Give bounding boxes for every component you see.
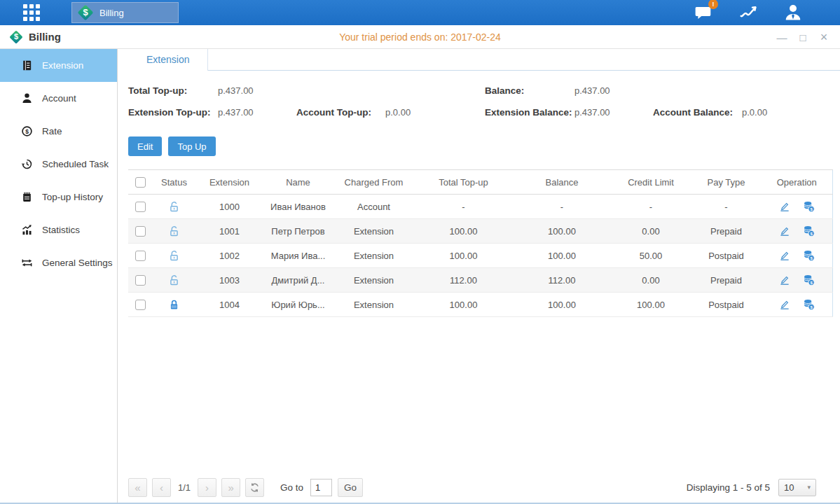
- rate-dollar-coin-icon: $: [21, 125, 33, 137]
- account-topup-label: Account Top-up:: [296, 107, 385, 118]
- billing-window: $ Billing !: [0, 0, 840, 504]
- last-page-button[interactable]: »: [221, 478, 240, 497]
- sidebar-item-label: Extension: [42, 60, 83, 71]
- statistics-chart-icon: [21, 224, 33, 236]
- table-row: 1002 Мария Ива... Extension 100.00 100.0…: [128, 244, 832, 268]
- edit-pencil-icon[interactable]: [778, 298, 791, 311]
- displaying-status: Displaying 1 - 5 of 5: [687, 482, 770, 493]
- svg-text:$: $: [25, 128, 29, 135]
- col-charged-from: Charged From: [333, 170, 414, 195]
- trial-period-notice: Your trial period ends on: 2017-02-24: [339, 31, 501, 43]
- first-page-button[interactable]: «: [128, 478, 147, 497]
- pagination-bar: « ‹ 1/1 › » Go to Go Displaying: [128, 477, 816, 498]
- col-extension: Extension: [196, 170, 263, 195]
- top-up-coins-icon[interactable]: $: [802, 200, 815, 213]
- top-up-coins-icon[interactable]: $: [802, 249, 815, 262]
- sidebar-item-scheduled-task[interactable]: Scheduled Task: [0, 148, 117, 181]
- billing-app-icon: $: [78, 5, 93, 20]
- table-row: 1000 Иван Иванов Account - - - -: [128, 195, 832, 219]
- prev-page-button[interactable]: ‹: [152, 478, 171, 497]
- notification-badge: !: [708, 0, 718, 9]
- sidebar-item-label: Scheduled Task: [42, 159, 109, 169]
- person-icon: [783, 3, 804, 22]
- top-up-coins-icon[interactable]: $: [802, 298, 815, 311]
- col-operation: Operation: [762, 170, 832, 195]
- row-checkbox[interactable]: [135, 275, 146, 286]
- page-indicator: 1/1: [178, 482, 191, 493]
- edit-pencil-icon[interactable]: [778, 225, 791, 237]
- tab-bar: Extension: [128, 49, 840, 71]
- row-checkbox[interactable]: [135, 226, 146, 237]
- sidebar-item-label: General Settings: [42, 258, 113, 268]
- col-credit-limit: Credit Limit: [611, 170, 691, 195]
- account-topup-value: p.0.00: [385, 107, 411, 118]
- col-balance: Balance: [513, 170, 611, 195]
- sidebar-item-statistics[interactable]: Statistics: [0, 214, 117, 246]
- row-checkbox[interactable]: [135, 251, 146, 261]
- sidebar-item-rate[interactable]: $ Rate: [0, 115, 117, 148]
- go-button[interactable]: Go: [338, 478, 363, 497]
- row-checkbox[interactable]: [135, 202, 146, 212]
- topup-history-notepad-icon: [21, 191, 33, 203]
- col-total-topup: Total Top-up: [414, 170, 513, 195]
- account-balance-label: Account Balance:: [653, 107, 742, 118]
- refresh-icon: [249, 482, 260, 493]
- table-header-row: Status Extension Name Charged From Total…: [128, 170, 832, 195]
- taskbar-tab-billing[interactable]: $ Billing: [71, 2, 179, 23]
- row-checkbox[interactable]: [135, 300, 146, 310]
- edit-pencil-icon[interactable]: [778, 249, 791, 262]
- os-topbar: $ Billing !: [0, 0, 840, 25]
- total-topup-label: Total Top-up:: [128, 85, 218, 96]
- extension-balance-label: Extension Balance:: [485, 107, 574, 118]
- page-size-dropdown[interactable]: 10 ▾: [778, 479, 816, 496]
- edit-pencil-icon[interactable]: [778, 200, 791, 213]
- extension-topup-label: Extension Top-up:: [128, 107, 218, 118]
- edit-button[interactable]: Edit: [128, 136, 162, 156]
- statistics-monitor-icon[interactable]: [736, 3, 760, 22]
- sidebar-item-extension[interactable]: Extension: [0, 49, 117, 82]
- minimize-icon[interactable]: —: [776, 31, 788, 43]
- window-title: Billing: [29, 31, 61, 43]
- window-controls: — □ ×: [776, 25, 830, 49]
- sidebar-item-topup-history[interactable]: Top-up History: [0, 181, 117, 214]
- extension-balance-value: p.437.00: [574, 107, 653, 118]
- billing-title-icon: $: [10, 30, 23, 43]
- sidebar-item-label: Account: [42, 93, 76, 104]
- top-up-button[interactable]: Top Up: [168, 136, 215, 156]
- maximize-icon[interactable]: □: [797, 31, 809, 43]
- balance-summary: Total Top-up: p.437.00 Balance: p.437.00…: [128, 80, 832, 123]
- account-balance-value: p.0.00: [742, 107, 767, 118]
- tab-extension[interactable]: Extension: [128, 49, 208, 71]
- lock-open-icon: [168, 250, 180, 262]
- balance-label: Balance:: [485, 85, 574, 96]
- sidebar-item-account[interactable]: Account: [0, 82, 117, 115]
- extensions-table: Status Extension Name Charged From Total…: [128, 169, 833, 317]
- goto-page-input[interactable]: [310, 479, 332, 496]
- user-account-icon[interactable]: [781, 3, 805, 22]
- select-all-checkbox[interactable]: [135, 177, 146, 188]
- next-page-button[interactable]: ›: [198, 478, 216, 497]
- window-app-title: $ Billing: [8, 29, 61, 45]
- extension-topup-value: p.437.00: [218, 107, 296, 118]
- col-pay-type: Pay Type: [691, 170, 762, 195]
- main-content: Extension Total Top-up: p.437.00 Balance…: [118, 49, 840, 503]
- lock-open-icon: [168, 274, 180, 286]
- line-chart-icon: [737, 4, 759, 22]
- app-launcher-grid-icon[interactable]: [23, 4, 40, 21]
- refresh-button[interactable]: [245, 478, 264, 497]
- extension-ledger-icon: [21, 59, 33, 71]
- close-icon[interactable]: ×: [818, 31, 830, 43]
- action-buttons: Edit Top Up: [128, 136, 840, 156]
- top-up-coins-icon[interactable]: $: [802, 225, 815, 237]
- messages-icon[interactable]: !: [691, 3, 715, 22]
- account-person-icon: [21, 92, 33, 104]
- lock-open-icon: [168, 201, 180, 213]
- taskbar-tab-label: Billing: [99, 8, 124, 18]
- sidebar-item-general-settings[interactable]: General Settings: [0, 246, 117, 279]
- total-topup-value: p.437.00: [218, 85, 296, 96]
- window-titlebar: $ Billing Your trial period ends on: 201…: [0, 25, 840, 49]
- general-settings-transfer-icon: [21, 257, 33, 269]
- lock-closed-icon: [168, 299, 180, 311]
- edit-pencil-icon[interactable]: [778, 274, 791, 286]
- top-up-coins-icon[interactable]: $: [802, 274, 815, 286]
